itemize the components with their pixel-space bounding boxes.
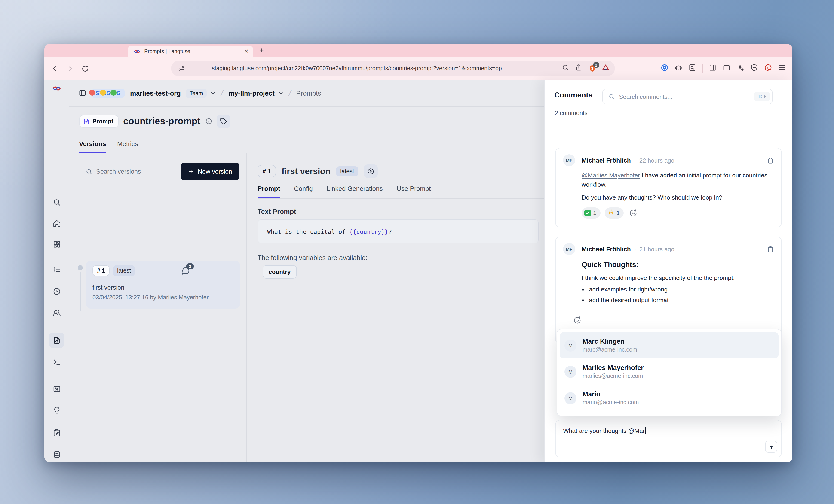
comment-count-badge: 2 bbox=[186, 263, 194, 269]
langfuse-logo[interactable] bbox=[44, 80, 69, 97]
search-icon[interactable] bbox=[44, 198, 69, 206]
comment-input[interactable]: What are your thoughts @Mar bbox=[555, 420, 782, 457]
org-role-badge: Team bbox=[186, 89, 207, 98]
back-icon[interactable] bbox=[51, 65, 59, 72]
menu-icon[interactable] bbox=[778, 64, 786, 73]
mention-email: marc@acme-inc.com bbox=[583, 346, 637, 353]
mention-name: Marlies Mayerhofer bbox=[583, 364, 643, 371]
window-controls[interactable] bbox=[89, 90, 116, 96]
brave-shield-icon[interactable]: 2 bbox=[589, 65, 596, 72]
tag-button[interactable] bbox=[217, 115, 230, 128]
chevron-down-icon[interactable] bbox=[210, 90, 216, 96]
dashboard-icon[interactable] bbox=[44, 240, 69, 249]
search-versions-input[interactable]: Search versions bbox=[69, 168, 180, 175]
delete-comment-icon[interactable] bbox=[767, 157, 774, 164]
reaction-raised-hands[interactable]: 1 bbox=[605, 207, 624, 219]
version-list-item[interactable]: # 1 latest 2 first version 03/04/2025, 1… bbox=[86, 260, 240, 308]
url-text[interactable]: staging.langfuse.com/project/cm22fk0w700… bbox=[212, 65, 557, 72]
puzzle-extensions-icon[interactable] bbox=[675, 64, 682, 73]
mention-option[interactable]: M Mario mario@acme-inc.com bbox=[560, 385, 778, 411]
versions-column: Search versions New version # 1 latest bbox=[69, 153, 247, 462]
users-icon[interactable] bbox=[44, 309, 69, 317]
browser-tab[interactable]: Prompts | Langfuse ✕ bbox=[128, 46, 253, 57]
tracing-icon[interactable] bbox=[44, 266, 69, 274]
tab-close-icon[interactable]: ✕ bbox=[244, 48, 249, 54]
comments-bubble-icon[interactable]: 2 bbox=[181, 266, 190, 275]
mention-link[interactable]: @Marlies Mayerhofer bbox=[581, 172, 640, 179]
check-emoji-icon bbox=[584, 210, 591, 216]
triangle-extension-icon[interactable] bbox=[602, 64, 609, 73]
reaction-check[interactable]: 1 bbox=[581, 207, 600, 219]
desktop: Prompts | Langfuse ✕ + staging.langfuse.… bbox=[0, 0, 834, 504]
add-reaction-icon[interactable] bbox=[630, 209, 637, 217]
text-cursor bbox=[645, 427, 646, 434]
datasets-database-icon[interactable] bbox=[44, 451, 69, 459]
comment-time: 22 hours ago bbox=[639, 157, 675, 164]
new-version-button[interactable]: New version bbox=[180, 163, 240, 180]
scores-icon[interactable] bbox=[44, 385, 69, 393]
delete-comment-icon[interactable] bbox=[767, 246, 774, 252]
raised-hands-emoji-icon bbox=[607, 209, 614, 217]
sessions-clock-icon[interactable] bbox=[44, 287, 69, 296]
page-title: countries-prompt bbox=[123, 116, 200, 127]
zoom-in-icon[interactable] bbox=[562, 64, 569, 73]
page-search-icon[interactable] bbox=[688, 64, 696, 73]
bullet-item: add examples for right/wrong bbox=[589, 286, 774, 293]
chevron-down-icon[interactable] bbox=[278, 90, 284, 96]
playground-terminal-icon[interactable] bbox=[44, 358, 69, 366]
zoom-window-button[interactable] bbox=[110, 90, 116, 96]
annotation-clipboard-icon[interactable] bbox=[44, 429, 69, 437]
new-tab-button[interactable]: + bbox=[259, 46, 264, 54]
mention-option[interactable]: M Marc Klingen marc@acme-inc.com bbox=[560, 332, 778, 359]
tab-prompt[interactable]: Prompt bbox=[258, 185, 280, 198]
variable-chip[interactable]: country bbox=[263, 265, 297, 279]
version-detail: # 1 first version latest Prompt Config L… bbox=[247, 153, 544, 462]
home-icon[interactable] bbox=[44, 220, 69, 228]
tab-linked-generations[interactable]: Linked Generations bbox=[327, 185, 383, 198]
search-comments-input[interactable]: Search comments... ⌘ F bbox=[602, 89, 772, 105]
promote-version-button[interactable] bbox=[364, 164, 378, 178]
dot-separator: · bbox=[634, 157, 636, 164]
reload-icon[interactable] bbox=[81, 65, 89, 72]
version-meta: 03/04/2025, 13:27:16 by Marlies Mayerhof… bbox=[92, 294, 234, 301]
tab-versions[interactable]: Versions bbox=[79, 140, 106, 153]
onepassword-icon[interactable] bbox=[661, 64, 668, 73]
swirl-icon[interactable] bbox=[764, 64, 772, 73]
evaluators-lightbulb-icon[interactable] bbox=[44, 406, 69, 414]
mention-dropdown: M Marc Klingen marc@acme-inc.com M Marli… bbox=[556, 329, 782, 416]
forward-icon[interactable] bbox=[66, 65, 74, 72]
minimize-window-button[interactable] bbox=[100, 90, 106, 96]
tab-metrics[interactable]: Metrics bbox=[117, 140, 138, 153]
add-reaction-icon[interactable] bbox=[573, 316, 581, 326]
info-icon[interactable] bbox=[205, 118, 212, 125]
shield-badge: 2 bbox=[593, 62, 599, 68]
breadcrumb-section[interactable]: Prompts bbox=[296, 89, 321, 97]
breadcrumb-org[interactable]: marlies-test-org bbox=[130, 89, 181, 97]
tab-use-prompt[interactable]: Use Prompt bbox=[397, 185, 431, 198]
search-icon bbox=[86, 168, 92, 175]
close-window-button[interactable] bbox=[89, 90, 95, 96]
prompts-file-code-icon[interactable] bbox=[49, 333, 64, 348]
privacy-shield-icon[interactable] bbox=[750, 64, 758, 73]
tune-icon[interactable] bbox=[177, 65, 185, 72]
comment-text: I think we could improve the specificity… bbox=[581, 274, 774, 281]
comment-author: Michael Fröhlich bbox=[581, 246, 631, 252]
comments-panel: Comments Search comments... ⌘ F 2 commen… bbox=[544, 80, 792, 462]
sparkle-icon[interactable] bbox=[737, 64, 744, 73]
mention-option[interactable]: M Marlies Mayerhofer marlies@acme-inc.co… bbox=[560, 359, 778, 385]
url-bar[interactable]: staging.langfuse.com/project/cm22fk0w700… bbox=[171, 61, 615, 76]
sidebar-toggle-icon[interactable] bbox=[79, 89, 86, 97]
prompt-type-pill: Prompt bbox=[79, 115, 118, 128]
sidebar-icon[interactable] bbox=[709, 64, 717, 73]
app-content: MF STAGING marlies-test-org Team / my-ll… bbox=[44, 80, 792, 462]
comment-author: Michael Fröhlich bbox=[581, 157, 631, 164]
breadcrumb-separator: / bbox=[288, 89, 292, 98]
comment-heading: Quick Thoughts: bbox=[581, 260, 774, 269]
share-icon[interactable] bbox=[575, 64, 583, 73]
wallet-icon[interactable] bbox=[723, 64, 730, 73]
tab-config[interactable]: Config bbox=[294, 185, 313, 198]
avatar: M bbox=[565, 392, 576, 404]
breadcrumb-project[interactable]: my-llm-project bbox=[228, 89, 275, 97]
dot-separator: · bbox=[634, 246, 636, 252]
submit-comment-button[interactable] bbox=[765, 441, 777, 453]
